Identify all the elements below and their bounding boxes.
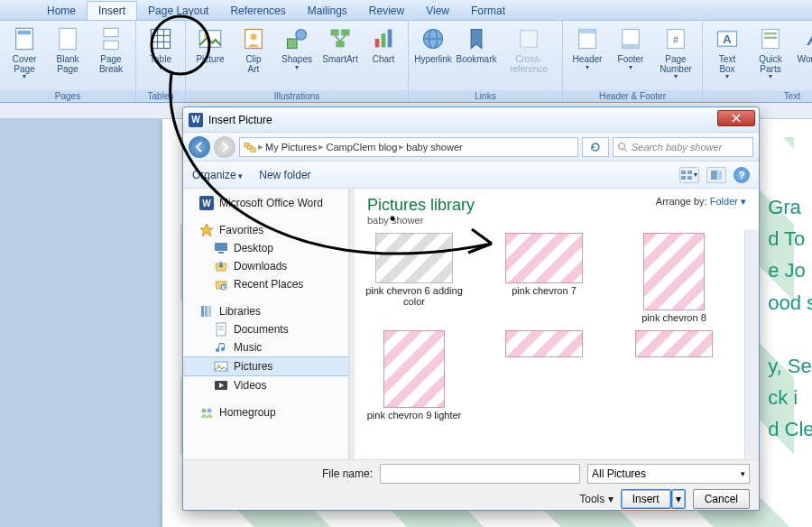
svg-line-19 bbox=[335, 36, 340, 42]
thumbnails-icon bbox=[681, 171, 692, 180]
header-button[interactable]: Header bbox=[567, 23, 608, 82]
page-break-icon bbox=[97, 24, 125, 53]
thumb-partial-2[interactable] bbox=[620, 330, 728, 421]
group-pages: CoverPage BlankPage PageBreak Pages bbox=[0, 21, 136, 102]
svg-rect-1 bbox=[18, 31, 31, 35]
help-button[interactable]: ? bbox=[734, 167, 750, 183]
nav-forward-button[interactable] bbox=[214, 136, 235, 158]
svg-rect-55 bbox=[711, 171, 717, 180]
bookmark-button[interactable]: Bookmark bbox=[456, 23, 497, 76]
nav-back-button[interactable] bbox=[189, 136, 210, 158]
page-number-button[interactable]: #PageNumber bbox=[653, 23, 698, 82]
search-icon bbox=[617, 142, 628, 153]
downloads-icon bbox=[214, 259, 228, 273]
search-box[interactable]: Search baby shower bbox=[613, 137, 753, 157]
svg-rect-18 bbox=[336, 41, 344, 47]
content-scrollbar[interactable] bbox=[744, 229, 759, 459]
tab-view[interactable]: View bbox=[415, 2, 460, 20]
smartart-button[interactable]: SmartArt bbox=[319, 23, 361, 76]
blank-page-button[interactable]: BlankPage bbox=[47, 23, 88, 82]
clipart-button[interactable]: ClipArt bbox=[233, 23, 274, 76]
svg-rect-51 bbox=[681, 171, 686, 174]
smartart-icon bbox=[326, 24, 355, 53]
wordart-button[interactable]: AWordArt bbox=[793, 23, 812, 82]
thumb-pink-chevron-6[interactable]: pink chevron 6 adding color bbox=[360, 233, 468, 323]
chart-button[interactable]: Chart bbox=[363, 23, 404, 76]
organize-button[interactable]: Organize bbox=[192, 169, 243, 181]
tree-node-videos[interactable]: Videos bbox=[183, 376, 348, 394]
dialog-title-text: Insert Picture bbox=[208, 114, 272, 126]
svg-rect-31 bbox=[623, 44, 640, 49]
tab-home[interactable]: Home bbox=[36, 2, 87, 20]
insert-split-button[interactable]: ▾ bbox=[671, 489, 686, 509]
svg-point-49 bbox=[619, 143, 625, 149]
clipart-icon bbox=[239, 24, 268, 53]
thumb-partial-1[interactable] bbox=[490, 330, 598, 421]
tree-node-libraries[interactable]: Libraries bbox=[183, 302, 348, 320]
thumb-pink-chevron-7[interactable]: pink chevron 7 bbox=[490, 233, 598, 323]
tab-page-layout[interactable]: Page Layout bbox=[137, 2, 219, 20]
tree-node-documents[interactable]: Documents bbox=[183, 320, 348, 338]
close-button[interactable] bbox=[717, 110, 755, 126]
close-icon bbox=[732, 114, 741, 123]
arrange-by[interactable]: Arrange by: Folder ▾ bbox=[656, 196, 746, 226]
svg-rect-23 bbox=[388, 30, 392, 48]
tree-node-desktop[interactable]: Desktop bbox=[183, 239, 348, 257]
tools-dropdown[interactable]: Tools ▾ bbox=[579, 493, 613, 505]
tree-node-homegroup[interactable]: Homegroup bbox=[183, 403, 348, 421]
group-illustrations: Picture ClipArt Shapes SmartArt Chart Il… bbox=[186, 21, 409, 102]
thumb-pink-chevron-8[interactable]: pink chevron 8 bbox=[620, 233, 728, 323]
shapes-button[interactable]: Shapes bbox=[276, 23, 318, 76]
cancel-button[interactable]: Cancel bbox=[693, 489, 750, 509]
svg-rect-21 bbox=[375, 39, 380, 47]
tree-node-recent[interactable]: Recent Places bbox=[183, 275, 348, 293]
breadcrumb[interactable]: ▸My Pictures ▸CampClem blog ▸baby shower bbox=[239, 137, 578, 157]
svg-marker-59 bbox=[200, 224, 213, 236]
tab-insert[interactable]: Insert bbox=[87, 1, 137, 20]
tab-mailings[interactable]: Mailings bbox=[297, 2, 358, 20]
group-header-footer: Header Footer #PageNumber Header & Foote… bbox=[563, 21, 703, 102]
tree-node-favorites[interactable]: Favorites bbox=[183, 221, 348, 239]
dialog-footer: File name: All Pictures▾ Tools ▾ Insert▾… bbox=[183, 459, 759, 510]
ribbon-body: CoverPage BlankPage PageBreak Pages Tabl… bbox=[0, 20, 812, 103]
tree-node-pictures[interactable]: Pictures bbox=[183, 356, 348, 376]
tree-node-downloads[interactable]: Downloads bbox=[183, 257, 348, 275]
refresh-button[interactable] bbox=[582, 137, 609, 157]
file-filter-dropdown[interactable]: All Pictures▾ bbox=[587, 464, 750, 484]
quickparts-button[interactable]: QuickParts bbox=[750, 23, 791, 82]
pictures-icon bbox=[214, 359, 228, 374]
preview-pane-button[interactable] bbox=[706, 167, 726, 183]
refresh-icon bbox=[590, 142, 601, 153]
tree-node-music[interactable]: Music bbox=[183, 338, 348, 356]
svg-rect-60 bbox=[215, 243, 227, 251]
hyperlink-button[interactable]: Hyperlink bbox=[412, 23, 454, 76]
footer-button[interactable]: Footer bbox=[610, 23, 651, 82]
insert-button[interactable]: Insert bbox=[621, 489, 671, 509]
search-placeholder: Search baby shower bbox=[632, 142, 722, 153]
videos-icon bbox=[214, 378, 228, 393]
tree-node-msword[interactable]: WMicrosoft Office Word bbox=[183, 194, 348, 212]
shapes-icon bbox=[282, 24, 311, 53]
tab-references[interactable]: References bbox=[219, 2, 296, 20]
header-icon bbox=[573, 24, 602, 53]
svg-point-15 bbox=[296, 30, 307, 41]
table-button[interactable]: Table bbox=[140, 23, 181, 73]
picture-button[interactable]: Picture bbox=[189, 23, 231, 76]
svg-point-74 bbox=[208, 409, 212, 413]
svg-rect-29 bbox=[579, 30, 596, 34]
group-label-text: Text bbox=[703, 90, 812, 102]
document-handwriting: Grad Toe Jo ood sy, Seck id Cle bbox=[768, 191, 812, 446]
tab-format[interactable]: Format bbox=[460, 2, 516, 20]
view-mode-button[interactable]: ▾ bbox=[679, 167, 699, 183]
dialog-titlebar[interactable]: W Insert Picture bbox=[183, 107, 759, 133]
page-break-button[interactable]: PageBreak bbox=[90, 23, 132, 82]
table-icon bbox=[146, 24, 175, 53]
filename-input[interactable] bbox=[380, 464, 580, 484]
new-folder-button[interactable]: New folder bbox=[259, 169, 310, 181]
svg-rect-3 bbox=[104, 28, 118, 36]
thumb-pink-chevron-9[interactable]: pink chevron 9 lighter bbox=[360, 330, 468, 421]
crossref-button[interactable]: Cross-reference bbox=[499, 23, 558, 76]
textbox-button[interactable]: ATextBox bbox=[706, 23, 748, 82]
tab-review[interactable]: Review bbox=[358, 2, 415, 20]
cover-page-button[interactable]: CoverPage bbox=[4, 23, 45, 82]
